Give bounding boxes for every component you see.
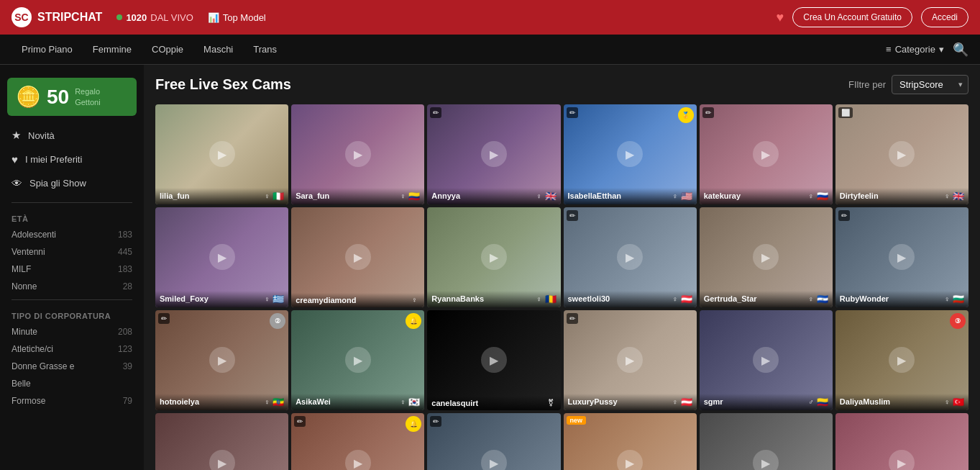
cam-info-bar: RubyWonder♀🇧🇬 bbox=[835, 291, 968, 307]
cam-medal: 🔔 bbox=[406, 416, 421, 432]
cam-card[interactable]: ▶✏Annyya♀🇬🇧 bbox=[427, 104, 560, 204]
top-model[interactable]: 📊 Top Model bbox=[208, 12, 266, 23]
nav-item-coppie[interactable]: COppie bbox=[142, 35, 193, 65]
cam-card[interactable]: ▶sgmr♂🇨🇴 bbox=[700, 310, 833, 410]
cam-flag: 🇬🇷 bbox=[273, 294, 284, 304]
cam-gender-icon: ♀ bbox=[808, 295, 814, 303]
body-label-minute: Minute bbox=[12, 327, 37, 337]
main-layout: 🪙 50 Regalo Gettoni ★ Novità ♥ I miei Pr… bbox=[0, 65, 980, 470]
categories-dropdown[interactable]: ≡ Categorie ▾ bbox=[886, 44, 944, 55]
age-label-milf: MILF bbox=[12, 264, 31, 274]
cam-username: katekuray bbox=[704, 191, 806, 200]
cam-card[interactable]: ▶creamydiamond♀ bbox=[291, 207, 424, 307]
create-account-button[interactable]: Crea Un Account Gratuito bbox=[792, 7, 912, 27]
cam-card[interactable]: ▶⬜Dirtyfeelin♀🇬🇧 bbox=[835, 104, 968, 204]
body-label-formose: Formose bbox=[12, 396, 45, 406]
cam-card[interactable]: ▶cam19♀ bbox=[155, 413, 288, 470]
nav-item-maschi[interactable]: Maschi bbox=[193, 35, 243, 65]
login-button[interactable]: Accedi bbox=[921, 7, 968, 27]
nav-item-trans[interactable]: Trans bbox=[243, 35, 287, 65]
body-filter-grasse[interactable]: Donne Grasse e 39 bbox=[0, 358, 144, 375]
nav-right: ≡ Categorie ▾ 🔍 bbox=[886, 42, 968, 58]
age-filter-adolescenti[interactable]: Adolescenti 183 bbox=[0, 226, 144, 243]
cam-card[interactable]: ▶cam24♀ bbox=[835, 413, 968, 470]
logo[interactable]: SC STRIPCHAT bbox=[12, 7, 102, 27]
heart-icon[interactable]: ♥ bbox=[777, 10, 784, 25]
cam-username: Smiled_Foxy bbox=[160, 294, 262, 303]
age-filter-milf[interactable]: MILF 183 bbox=[0, 261, 144, 278]
sidebar-item-preferiti[interactable]: ♥ I miei Preferiti bbox=[0, 148, 144, 171]
cam-card[interactable]: ▶Smiled_Foxy♀🇬🇷 bbox=[155, 207, 288, 307]
cam-edit-icon: ✏ bbox=[567, 210, 578, 221]
cam-card[interactable]: ▶newcam22♀ bbox=[564, 413, 697, 470]
cam-flag: 🇨🇴 bbox=[817, 397, 828, 407]
heart-sidebar-icon: ♥ bbox=[12, 153, 18, 166]
age-count-ventenni: 445 bbox=[118, 247, 132, 257]
cam-info-bar: IsabellaEtthan♀🇺🇸 bbox=[564, 188, 697, 204]
cam-thumbnail: ▶ bbox=[700, 413, 833, 470]
cam-username: Sara_fun bbox=[296, 191, 398, 200]
cam-card[interactable]: ▶③DaliyaMuslim♀🇹🇷 bbox=[835, 310, 968, 410]
cam-play-button: ▶ bbox=[753, 244, 779, 270]
header: SC STRIPCHAT 1020 DAL VIVO 📊 Top Model ♥… bbox=[0, 0, 980, 35]
age-filter-ventenni[interactable]: Ventenni 445 bbox=[0, 243, 144, 261]
cam-edit-icon: ✏ bbox=[430, 107, 441, 118]
live-count: 1020 bbox=[126, 12, 147, 23]
cam-card[interactable]: ▶Sara_fun♀🇨🇴 bbox=[291, 104, 424, 204]
cam-card[interactable]: ▶✏katekuray♀🇷🇺 bbox=[700, 104, 833, 204]
nav-item-femmine[interactable]: Femmine bbox=[83, 35, 142, 65]
cam-thumbnail: ▶ bbox=[155, 413, 288, 470]
cam-card[interactable]: ▶RyannaBanks♀🇷🇴 bbox=[427, 207, 560, 307]
cam-new-badge: new bbox=[567, 416, 587, 425]
categories-chevron: ▾ bbox=[939, 44, 944, 55]
cam-info-bar: Smiled_Foxy♀🇬🇷 bbox=[155, 291, 288, 307]
cam-card[interactable]: ▶cam23♀ bbox=[700, 413, 833, 470]
cam-card[interactable]: ▶✏sweetloli30♀🇦🇹 bbox=[564, 207, 697, 307]
age-count-milf: 183 bbox=[118, 264, 132, 274]
cam-flag: 🇰🇷 bbox=[408, 397, 420, 407]
filter-select[interactable]: StripScore Più Recenti Più Viste bbox=[892, 75, 968, 94]
cam-play-button: ▶ bbox=[209, 450, 235, 470]
cam-play-button: ▶ bbox=[481, 347, 507, 373]
body-filter-atletiche[interactable]: Atletiche/ci 123 bbox=[0, 340, 144, 358]
cam-medal: ② bbox=[270, 313, 285, 329]
cam-card[interactable]: ▶✏🔔cam20♀ bbox=[291, 413, 424, 470]
cam-info-bar: Dirtyfeelin♀🇬🇧 bbox=[835, 188, 968, 204]
cam-card[interactable]: ▶✏RubyWonder♀🇧🇬 bbox=[835, 207, 968, 307]
cam-info-bar: sgmr♂🇨🇴 bbox=[700, 394, 833, 410]
sidebar-item-novita[interactable]: ★ Novità bbox=[0, 123, 144, 148]
cam-card[interactable]: ▶✏②hotnoielya♀🇪🇹 bbox=[155, 310, 288, 410]
cam-card[interactable]: ▶✏cam21♀ bbox=[427, 413, 560, 470]
cam-thumbnail: ▶ bbox=[835, 413, 968, 470]
cam-username: sweetloli30 bbox=[568, 294, 670, 303]
cam-edit-icon: ✏ bbox=[702, 107, 714, 118]
age-filter-nonne[interactable]: Nonne 28 bbox=[0, 278, 144, 295]
cam-play-button: ▶ bbox=[889, 450, 915, 470]
sidebar-label-preferiti: I miei Preferiti bbox=[25, 154, 82, 165]
age-label-adolescenti: Adolescenti bbox=[12, 230, 56, 240]
cam-play-button: ▶ bbox=[617, 141, 643, 167]
cam-gender-icon: ♀ bbox=[945, 295, 951, 303]
cam-card[interactable]: ▶canelasquirt⚧ bbox=[427, 310, 560, 410]
cam-card[interactable]: ▶✏LuxuryPussy♀🇦🇹 bbox=[564, 310, 697, 410]
cam-play-button: ▶ bbox=[481, 244, 507, 270]
search-icon[interactable]: 🔍 bbox=[953, 42, 968, 58]
cam-card[interactable]: ▶Gertruda_Star♀🇸🇻 bbox=[700, 207, 833, 307]
cam-card[interactable]: ▶✏🥇IsabellaEtthan♀🇺🇸 bbox=[564, 104, 697, 204]
sidebar-item-spia[interactable]: 👁 Spia gli Show bbox=[0, 171, 144, 195]
cam-card[interactable]: ▶lilia_fun♀🇮🇹 bbox=[155, 104, 288, 204]
body-filter-belle[interactable]: Belle bbox=[0, 375, 144, 392]
cam-flag: 🇦🇹 bbox=[681, 294, 692, 304]
nav-item-primo-piano[interactable]: Primo Piano bbox=[12, 35, 83, 65]
cam-card[interactable]: ▶🔔AsikaWei♀🇰🇷 bbox=[291, 310, 424, 410]
cam-username: IsabellaEtthan bbox=[568, 191, 670, 200]
cam-flag: 🇦🇹 bbox=[681, 397, 692, 407]
cam-username: canelasquirt bbox=[431, 399, 544, 407]
body-label-grasse: Donne Grasse e bbox=[12, 361, 74, 371]
age-count-nonne: 28 bbox=[123, 281, 132, 292]
body-filter-minute[interactable]: Minute 208 bbox=[0, 323, 144, 340]
bonus-box[interactable]: 🪙 50 Regalo Gettoni bbox=[7, 78, 137, 116]
age-label-nonne: Nonne bbox=[12, 281, 37, 292]
body-filter-formose[interactable]: Formose 79 bbox=[0, 392, 144, 410]
filter-row: FIltre per StripScore Più Recenti Più Vi… bbox=[848, 75, 968, 94]
